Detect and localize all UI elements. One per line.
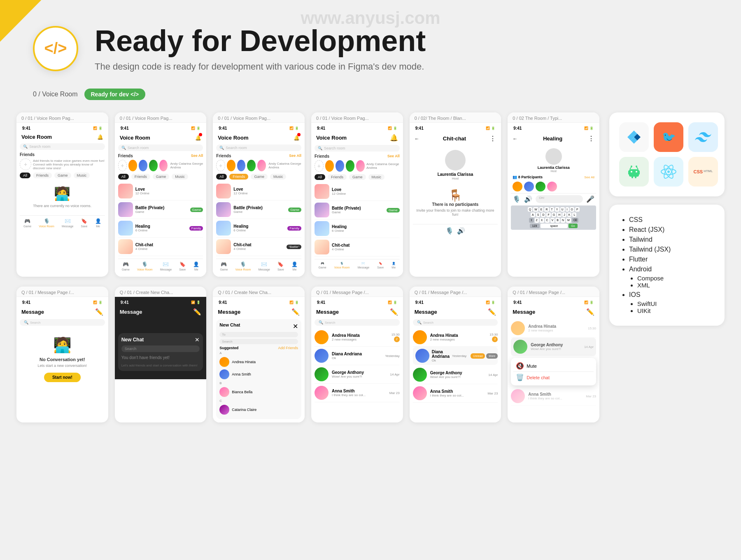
see-all[interactable]: See All <box>289 154 301 158</box>
edit-icon[interactable]: ✏️ <box>586 308 594 316</box>
nav-me[interactable]: 👤Me <box>391 262 396 269</box>
edit-icon[interactable]: ✏️ <box>291 308 300 316</box>
nav-message[interactable]: ✉️Message <box>62 218 73 228</box>
filter-game[interactable]: Game <box>54 173 71 178</box>
msg-item-andrea[interactable]: Andrea Hinata 2 new messages 15:30 2 <box>413 328 498 347</box>
add-friend-btn[interactable]: + <box>20 159 31 170</box>
nav-me[interactable]: 👤Me <box>95 218 101 228</box>
nav-voice[interactable]: 🎙️Voice Room <box>39 218 54 228</box>
mic-icon[interactable]: 🎙️ <box>445 227 454 235</box>
msg-item-anna[interactable]: Anna Smith I think they are so col... Ma… <box>315 384 400 402</box>
to-field[interactable]: To <box>219 332 298 337</box>
nc-search-field[interactable]: Search <box>219 339 298 344</box>
msg-item-andrea[interactable]: Andrea Hinata 2 new messages 15:30 2 <box>315 328 400 347</box>
nav-game[interactable]: 🎮Game <box>23 218 31 228</box>
msg-item-diana[interactable]: Diana Andriana Ok Yesterday <box>315 347 400 365</box>
start-btn[interactable]: Start now! <box>44 373 81 382</box>
nav-game[interactable]: 🎮Game <box>122 261 130 271</box>
msg-item-george-selected[interactable]: George Anthony Wow! Are you sure?! 14 Ap… <box>511 338 596 356</box>
swipe-row: Diana Andriana Ok Yesterday Unread More <box>413 347 498 365</box>
nav-message[interactable]: ✉️Message <box>358 262 369 269</box>
suggestion-item-anna[interactable]: Anna Smith <box>219 368 298 380</box>
filter-all[interactable]: All <box>20 173 30 178</box>
filter-music[interactable]: Music <box>270 174 287 180</box>
filter-game[interactable]: Game <box>153 174 170 180</box>
filter-game[interactable]: Game <box>251 174 268 180</box>
more-btn[interactable]: More <box>486 353 498 359</box>
msg-item-george[interactable]: George Anthony Wow! Are you sure?! 14 Ap… <box>315 365 400 384</box>
filter-game[interactable]: Game <box>349 174 366 180</box>
close-icon[interactable]: ✕ <box>293 322 298 330</box>
chat-input[interactable]: Oh! <box>536 195 583 203</box>
suggestion-item-andrea[interactable]: Andrea Hinata <box>219 356 298 368</box>
msg-item-anna[interactable]: Anna Smith I think they are so col... Ma… <box>413 384 498 403</box>
suggestion-item-bianca[interactable]: Bianca Bella <box>219 386 298 398</box>
nav-me[interactable]: 👤Me <box>291 261 298 271</box>
see-all[interactable]: See All <box>387 154 400 159</box>
suggestion-item-catarina[interactable]: Catarina Claire <box>219 404 298 416</box>
more-icon[interactable]: ⋮ <box>489 135 496 142</box>
vr-search[interactable]: 🔍 Search room <box>216 145 301 151</box>
suggestion-name: Bianca Bella <box>232 390 252 394</box>
back-icon[interactable]: ← <box>415 136 419 142</box>
nav-voice[interactable]: 🎙️Voice Room <box>334 262 350 269</box>
nav-game[interactable]: 🎮Game <box>319 262 326 269</box>
nav-save[interactable]: 🔖Save <box>277 261 284 271</box>
more-icon[interactable]: ⋮ <box>588 135 594 142</box>
tech-icons-card: 🐦 <box>609 112 725 196</box>
speaker-icon[interactable]: 🔊 <box>457 227 465 235</box>
msg-search[interactable]: 🔍 Search <box>20 319 105 326</box>
msg-item-george[interactable]: George Anthony Wow! Are you sure?! 14 Ap… <box>413 366 498 384</box>
edit-icon[interactable]: ✏️ <box>488 308 496 316</box>
phone-screen: 9:41 📶🔋 Message ✏️ 🔍 Search And <box>311 297 403 406</box>
mic-send-icon[interactable]: 🎤 <box>586 195 594 203</box>
context-delete[interactable]: 🗑️ Delete chat <box>513 372 594 383</box>
close-icon[interactable]: ✕ <box>195 336 200 343</box>
see-all-participants[interactable]: See All <box>584 175 594 179</box>
filter-all[interactable]: All <box>118 174 129 180</box>
keyboard: Q W E R T Y U I O P A <box>511 205 596 230</box>
room-thumb <box>216 221 231 236</box>
nav-save[interactable]: 🔖Save <box>377 262 384 269</box>
filter-music[interactable]: Music <box>368 174 385 180</box>
bell-icon[interactable]: 🔔 <box>97 134 103 140</box>
vr-search[interactable]: 🔍 Search room <box>118 145 203 151</box>
filter-friends[interactable]: Friends <box>33 173 52 178</box>
context-mute[interactable]: 🔇 Mute <box>513 360 594 372</box>
unread-btn[interactable]: Unread <box>471 353 485 359</box>
see-all[interactable]: See All <box>191 154 203 158</box>
msg-item-anna[interactable]: Anna Smith I think they are so col... Ma… <box>511 387 596 406</box>
edit-icon[interactable]: ✏️ <box>95 308 103 316</box>
nav-voice[interactable]: 🎙️Voice Room <box>235 261 251 271</box>
bell-icon[interactable]: 🔔 <box>390 134 398 142</box>
filter-friends[interactable]: Friends <box>131 174 150 180</box>
add-friend-btn[interactable]: + <box>216 160 225 171</box>
edit-icon[interactable]: ✏️ <box>193 308 201 316</box>
msg-search[interactable]: 🔍 Search <box>413 319 498 326</box>
mic-icon[interactable]: 🎙️ <box>513 195 521 203</box>
filter-friends[interactable]: Friends <box>229 174 248 180</box>
nav-voice[interactable]: 🎙️Voice Room <box>137 261 153 271</box>
msg-search[interactable]: 🔍 Search <box>315 319 400 326</box>
speaker-icon[interactable]: 🔊 <box>524 195 532 203</box>
filter-all[interactable]: All <box>216 174 227 180</box>
nav-save[interactable]: 🔖Save <box>81 218 88 228</box>
nav-me[interactable]: 👤Me <box>193 261 199 271</box>
msg-item-andrea[interactable]: Andrea Hinata 2 new messages 15:30 <box>511 319 596 338</box>
filter-music[interactable]: Music <box>172 174 188 180</box>
vr-search[interactable]: 🔍 Search room <box>20 143 105 150</box>
filter-music[interactable]: Music <box>74 173 90 178</box>
back-icon[interactable]: ← <box>513 136 517 142</box>
filter-friends[interactable]: Friends <box>328 174 347 180</box>
add-friend-btn[interactable]: + <box>118 160 127 171</box>
edit-icon[interactable]: ✏️ <box>390 308 398 316</box>
add-friend-btn[interactable]: + <box>315 160 324 172</box>
nav-game[interactable]: 🎮Game <box>220 261 228 271</box>
add-friends-link[interactable]: Add Friends <box>278 346 298 350</box>
filter-all[interactable]: All <box>315 174 325 180</box>
nav-message[interactable]: ✉️Message <box>160 261 172 271</box>
nav-save[interactable]: 🔖Save <box>179 261 186 271</box>
vr-search[interactable]: 🔍 Search room <box>315 145 400 152</box>
nav-message[interactable]: ✉️Message <box>258 261 270 271</box>
nc-search[interactable]: Search <box>121 345 200 352</box>
